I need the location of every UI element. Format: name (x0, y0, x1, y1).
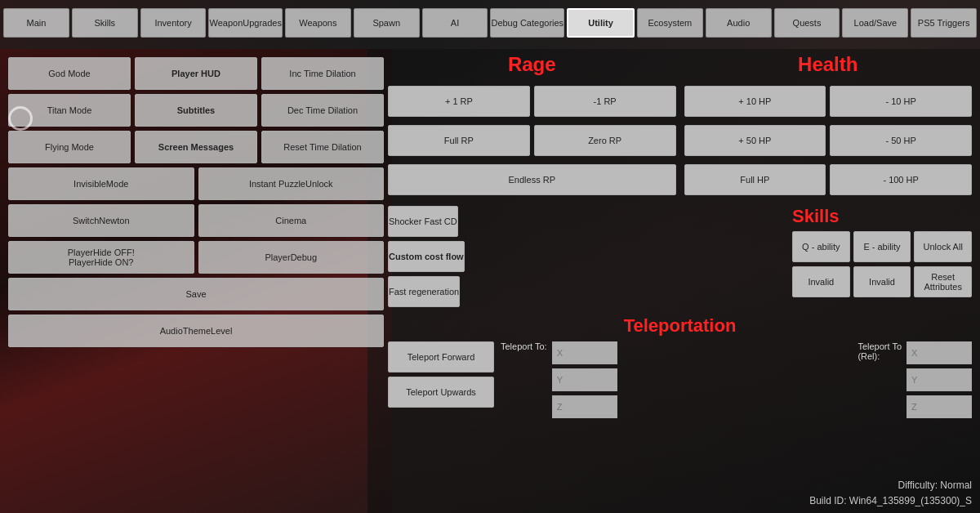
teleport-upwards-button[interactable]: Teleport Upwards (388, 377, 494, 408)
endless-rp-button[interactable]: Endless RP (388, 164, 676, 195)
save-button[interactable]: Save (8, 278, 384, 310)
left-row-3: Flying Mode Screen Messages Reset Time D… (8, 131, 384, 163)
unlock-all-button[interactable]: Unlock All (914, 231, 972, 262)
nav-main[interactable]: Main (3, 8, 69, 38)
teleport-rel-label: Teleport To (Rel): (858, 341, 902, 361)
nav-load-save[interactable]: Load/Save (842, 8, 908, 38)
nav-skills[interactable]: Skills (72, 8, 138, 38)
invalid-1-button[interactable]: Invalid (792, 266, 850, 297)
teleport-rel-group: Teleport To (Rel): (858, 341, 972, 418)
teleport-forward-button[interactable]: Teleport Forward (388, 341, 494, 372)
fast-regeneration-button[interactable]: Fast regeneration (388, 276, 460, 307)
full-rp-button[interactable]: Full RP (388, 125, 530, 156)
teleport-z-input[interactable] (552, 395, 617, 418)
skills-right: Skills Q - ability E - ability Unlock Al… (792, 206, 972, 301)
teleport-rel-z-input[interactable] (906, 395, 972, 418)
dec-time-dilation-button[interactable]: Dec Time Dilation (261, 94, 384, 127)
god-mode-button[interactable]: God Mode (8, 57, 131, 90)
left-panel: God Mode Player HUD Inc Time Dilation Ti… (8, 57, 384, 351)
full-hp-button[interactable]: Full HP (684, 164, 826, 195)
teleport-rel-y-input[interactable] (906, 368, 972, 391)
instant-puzzle-unlock-button[interactable]: Instant PuzzleUnlock (198, 167, 385, 200)
top-navigation: Main Skills Inventory WeaponUpgrades Wea… (0, 0, 980, 45)
nav-weapons[interactable]: Weapons (285, 8, 351, 38)
zero-rp-button[interactable]: Zero RP (534, 125, 676, 156)
nav-ps5-triggers[interactable]: PS5 Triggers (911, 8, 977, 38)
right-panel: Rage Health + 1 RP -1 RP + 10 HP - 10 HP (388, 53, 972, 418)
shocker-fast-cd-button[interactable]: Shocker Fast CD (388, 206, 458, 237)
nav-spawn[interactable]: Spawn (354, 8, 420, 38)
plus-10-hp-button[interactable]: + 10 HP (684, 86, 826, 117)
left-row-8: AudioThemeLevel (8, 314, 384, 347)
status-bar: Difficulty: Normal Build ID: Win64_13589… (809, 478, 972, 509)
nav-utility[interactable]: Utility (567, 8, 635, 38)
player-hud-button[interactable]: Player HUD (135, 57, 257, 90)
teleport-to-group: Teleport To: (501, 341, 851, 418)
nav-ai[interactable]: AI (422, 8, 488, 38)
invalid-2-button[interactable]: Invalid (853, 266, 911, 297)
reset-attributes-button[interactable]: Reset Attributes (914, 266, 972, 297)
nav-debug-categories[interactable]: Debug Categories (490, 8, 564, 38)
player-hide-button[interactable]: PlayerHide OFF! PlayerHide ON? (8, 241, 194, 274)
health-heading: Health (684, 53, 973, 76)
skills-left: Shocker Fast CD Custom cost flow Fast re… (388, 206, 786, 311)
circle-indicator (8, 106, 33, 131)
invisible-mode-button[interactable]: InvisibleMode (8, 167, 194, 200)
reset-time-dilation-button[interactable]: Reset Time Dilation (261, 131, 384, 163)
left-row-4: InvisibleMode Instant PuzzleUnlock (8, 167, 384, 200)
screen-messages-button[interactable]: Screen Messages (135, 131, 257, 163)
left-row-6: PlayerHide OFF! PlayerHide ON? PlayerDeb… (8, 241, 384, 274)
minus-50-hp-button[interactable]: - 50 HP (830, 125, 972, 156)
nav-weapon-upgrades[interactable]: WeaponUpgrades (208, 8, 282, 38)
nav-audio[interactable]: Audio (706, 8, 772, 38)
audio-theme-level-button[interactable]: AudioThemeLevel (8, 314, 384, 347)
minus-10-hp-button[interactable]: - 10 HP (830, 86, 972, 117)
inc-time-dilation-button[interactable]: Inc Time Dilation (261, 57, 384, 90)
teleport-xyz-inputs (552, 341, 617, 418)
difficulty-text: Difficulty: Normal (809, 478, 972, 493)
teleport-heading: Teleportation (388, 315, 972, 337)
skills-section: Shocker Fast CD Custom cost flow Fast re… (388, 206, 972, 311)
build-id-text: Build ID: Win64_135899_(135300)_S (809, 493, 972, 509)
minus-1-rp-button[interactable]: -1 RP (534, 86, 676, 117)
left-row-7: Save (8, 278, 384, 310)
plus-50-hp-button[interactable]: + 50 HP (684, 125, 826, 156)
left-row-2: Titan Mode Subtitles Dec Time Dilation (8, 94, 384, 127)
teleport-y-input[interactable] (552, 368, 617, 391)
teleport-rel-x-input[interactable] (906, 341, 972, 364)
teleport-x-input[interactable] (552, 341, 617, 364)
plus-1-rp-button[interactable]: + 1 RP (388, 86, 530, 117)
skills-heading: Skills (792, 206, 839, 227)
nav-inventory[interactable]: Inventory (140, 8, 207, 38)
player-debug-button[interactable]: PlayerDebug (198, 241, 385, 274)
nav-quests[interactable]: Quests (774, 8, 840, 38)
e-ability-button[interactable]: E - ability (853, 231, 911, 262)
subtitles-button[interactable]: Subtitles (135, 94, 257, 127)
switch-newton-button[interactable]: SwitchNewton (8, 204, 194, 237)
flying-mode-button[interactable]: Flying Mode (8, 131, 131, 163)
nav-ecosystem[interactable]: Ecosystem (637, 8, 703, 38)
minus-100-hp-button[interactable]: - 100 HP (830, 164, 972, 195)
left-row-5: SwitchNewton Cinema (8, 204, 384, 237)
rage-heading: Rage (388, 53, 676, 76)
cinema-button[interactable]: Cinema (198, 204, 385, 237)
main-content: God Mode Player HUD Inc Time Dilation Ti… (0, 49, 980, 513)
teleport-section: Teleport Forward Teleport Upwards Telepo… (388, 341, 972, 418)
q-ability-button[interactable]: Q - ability (792, 231, 850, 262)
teleport-to-label: Teleport To: (501, 341, 547, 351)
custom-cost-flow-button[interactable]: Custom cost flow (388, 241, 465, 272)
teleport-left-buttons: Teleport Forward Teleport Upwards (388, 341, 494, 408)
left-row-1: God Mode Player HUD Inc Time Dilation (8, 57, 384, 90)
teleport-rel-xyz-inputs (906, 341, 972, 418)
